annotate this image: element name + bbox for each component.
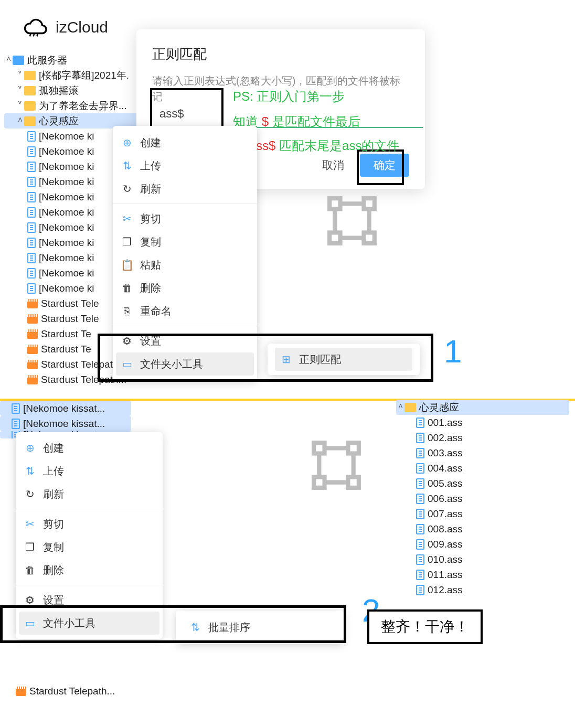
file-icon bbox=[12, 419, 20, 429]
app-brand: izCloud bbox=[21, 15, 108, 40]
dialog-title: 正则匹配 bbox=[152, 45, 409, 63]
ctx-upload[interactable]: ⇅上传 bbox=[113, 154, 257, 177]
result-file[interactable]: 003.ass bbox=[396, 445, 569, 461]
result-file[interactable]: 004.ass bbox=[396, 461, 569, 476]
clean-annotation: 整齐！干净！ bbox=[367, 609, 483, 644]
result-file[interactable]: 005.ass bbox=[396, 476, 569, 491]
tree-folder-selected[interactable]: ＾心灵感应 bbox=[396, 400, 569, 415]
ctx-label: 创建 bbox=[140, 136, 161, 150]
file-icon bbox=[27, 207, 36, 218]
cancel-button[interactable]: 取消 bbox=[308, 154, 358, 177]
file-icon bbox=[416, 524, 424, 534]
ctx-paste[interactable]: 📋粘贴 bbox=[113, 253, 257, 276]
tree-label: [Nekomoe ki bbox=[39, 131, 94, 142]
ctx-copy[interactable]: ❐复制 bbox=[113, 230, 257, 253]
svg-rect-14 bbox=[348, 477, 358, 487]
file-icon bbox=[416, 554, 424, 565]
svg-rect-5 bbox=[329, 232, 340, 243]
file-icon bbox=[27, 162, 36, 172]
file-label: 005.ass bbox=[428, 478, 463, 489]
file-icon bbox=[27, 238, 36, 248]
ctx-delete[interactable]: 🗑删除 bbox=[113, 276, 257, 299]
tree-label: Stardust Tele bbox=[41, 298, 99, 309]
result-file[interactable]: 001.ass bbox=[396, 415, 569, 430]
hint-line: PS: 正则入门第一步 bbox=[233, 88, 345, 105]
tree-folder[interactable]: ˅孤独摇滚 bbox=[4, 83, 146, 98]
file-label: 001.ass bbox=[428, 417, 463, 429]
ctx-cut[interactable]: ✂剪切 bbox=[113, 207, 257, 230]
tree-label: 此服务器 bbox=[27, 53, 67, 67]
file-icon bbox=[27, 146, 36, 157]
tree-label: [Nekomoe ki bbox=[39, 237, 94, 249]
ctx-create[interactable]: ⊕创建 bbox=[16, 436, 163, 459]
svg-rect-12 bbox=[348, 443, 358, 453]
copy-icon: ❐ bbox=[121, 235, 133, 248]
file-icon bbox=[27, 177, 36, 187]
result-file[interactable]: 002.ass bbox=[396, 430, 569, 445]
ctx-label: 删除 bbox=[140, 281, 161, 295]
tree-label: [Nekomoe ki bbox=[39, 222, 94, 233]
file-icon bbox=[27, 253, 36, 263]
tree-label: 孤独摇滚 bbox=[39, 84, 79, 98]
brand-text: izCloud bbox=[56, 18, 108, 36]
result-tree: ＾心灵感应 001.ass002.ass003.ass004.ass005.as… bbox=[396, 400, 569, 597]
result-file[interactable]: 007.ass bbox=[396, 506, 569, 521]
result-file[interactable]: 011.ass bbox=[396, 567, 569, 582]
file-icon bbox=[416, 478, 424, 489]
result-file[interactable]: 009.ass bbox=[396, 537, 569, 552]
ctx-label: 刷新 bbox=[43, 487, 64, 501]
ctx-rename[interactable]: ⎘重命名 bbox=[113, 299, 257, 323]
list-item[interactable]: [Nekomoe kissat... bbox=[0, 416, 131, 431]
folder-icon bbox=[13, 56, 24, 65]
hint-line: 如 ass$ 匹配末尾是ass的文件 bbox=[233, 137, 399, 154]
plus-icon: ⊕ bbox=[24, 442, 36, 454]
result-file[interactable]: 010.ass bbox=[396, 552, 569, 567]
trash-icon: 🗑 bbox=[24, 564, 36, 576]
ctx-upload[interactable]: ⇅上传 bbox=[16, 459, 163, 483]
result-file[interactable]: 012.ass bbox=[396, 582, 569, 597]
file-icon bbox=[416, 417, 424, 428]
ctx-create[interactable]: ⊕创建 bbox=[113, 131, 257, 154]
tree-label: Stardust Te bbox=[41, 344, 91, 355]
tree-label: [Nekomoe ki bbox=[39, 267, 94, 279]
list-item[interactable]: [Nekomoe kissat... bbox=[0, 401, 131, 416]
separator bbox=[16, 509, 163, 509]
svg-line-1 bbox=[34, 34, 35, 37]
ctx-cut[interactable]: ✂剪切 bbox=[16, 512, 163, 536]
result-file[interactable]: 008.ass bbox=[396, 521, 569, 537]
tree-label: Stardust Te bbox=[41, 328, 91, 340]
tree-label: 为了养老金去异界... bbox=[39, 99, 127, 113]
cloud-icon bbox=[21, 15, 49, 40]
ctx-label: 上传 bbox=[43, 464, 64, 478]
upload-icon: ⇅ bbox=[121, 159, 133, 172]
video-icon bbox=[27, 329, 38, 339]
file-icon bbox=[27, 268, 36, 279]
list-item[interactable]: Stardust Telepath... bbox=[16, 683, 115, 699]
tree-folder[interactable]: ˅为了养老金去异界... bbox=[4, 98, 146, 113]
tree-folder[interactable]: ˅[桜都字幕组]2021年. bbox=[4, 68, 146, 83]
video-icon bbox=[27, 314, 38, 324]
placeholder-icon bbox=[325, 194, 379, 250]
regex-input-highlight: ass$ bbox=[150, 88, 223, 130]
ctx-delete[interactable]: 🗑删除 bbox=[16, 559, 163, 582]
file-label: [Nekomoe kissat... bbox=[23, 418, 105, 430]
ctx-copy[interactable]: ❐复制 bbox=[16, 536, 163, 559]
file-label: 011.ass bbox=[428, 569, 463, 581]
ctx-refresh[interactable]: ↻刷新 bbox=[113, 177, 257, 200]
tree-label: 心灵感应 bbox=[39, 114, 79, 128]
file-label: 003.ass bbox=[428, 447, 463, 459]
ctx-refresh[interactable]: ↻刷新 bbox=[16, 483, 163, 506]
file-label: 007.ass bbox=[428, 508, 463, 520]
ctx-label: 删除 bbox=[43, 563, 64, 577]
file-icon bbox=[27, 222, 36, 233]
tree-label: [Nekomoe ki bbox=[39, 191, 94, 203]
result-file[interactable]: 006.ass bbox=[396, 491, 569, 506]
file-icon bbox=[416, 585, 424, 595]
tree-root[interactable]: ＾此服务器 bbox=[4, 52, 146, 68]
separator bbox=[113, 204, 257, 204]
regex-input[interactable]: ass$ bbox=[159, 107, 184, 128]
file-label: 004.ass bbox=[428, 463, 463, 474]
file-label: 002.ass bbox=[428, 432, 463, 444]
refresh-icon: ↻ bbox=[121, 183, 133, 195]
trash-icon: 🗑 bbox=[121, 282, 133, 294]
